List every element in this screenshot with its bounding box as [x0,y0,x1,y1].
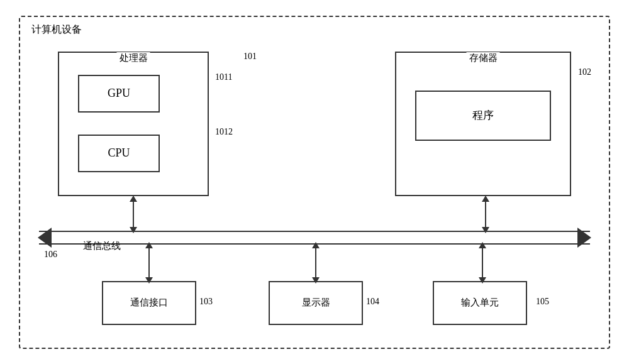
ref-102: 102 [578,67,591,77]
display-box: 显示器 [269,281,363,325]
display-label: 显示器 [302,297,330,309]
memory-box: 存储器 程序 [395,52,571,196]
ref-103: 103 [199,297,213,307]
processor-box: 处理器 GPU CPU [58,52,209,196]
ref-101: 101 [243,52,257,62]
cpu-label: CPU [108,146,130,160]
program-label: 程序 [472,108,494,123]
ref-1011: 1011 [215,72,232,82]
diagram-container: 计算机设备 处理器 GPU CPU 1011 1012 101 存储器 程序 1… [19,16,610,349]
bus-arrow-left [38,228,52,248]
ref-104: 104 [366,297,379,307]
program-box: 程序 [415,91,551,141]
ref-106: 106 [44,250,57,260]
bus-arrow-right [577,228,591,248]
bus-label: 通信总线 [83,240,121,252]
memory-label: 存储器 [467,52,500,64]
cpu-box: CPU [78,135,160,172]
gpu-label: GPU [108,87,130,100]
gpu-box: GPU [78,75,160,113]
outer-label: 计算机设备 [31,23,82,36]
input-label: 输入单元 [461,297,499,309]
comm-interface-box: 通信接口 [102,281,196,325]
ref-1012: 1012 [215,127,233,137]
ref-105: 105 [536,297,549,307]
comm-interface-label: 通信接口 [130,297,168,309]
processor-label: 处理器 [117,52,150,64]
bus-bar [39,231,590,245]
svg-marker-4 [482,196,489,202]
svg-marker-1 [130,196,137,202]
input-box: 输入单元 [433,281,527,325]
